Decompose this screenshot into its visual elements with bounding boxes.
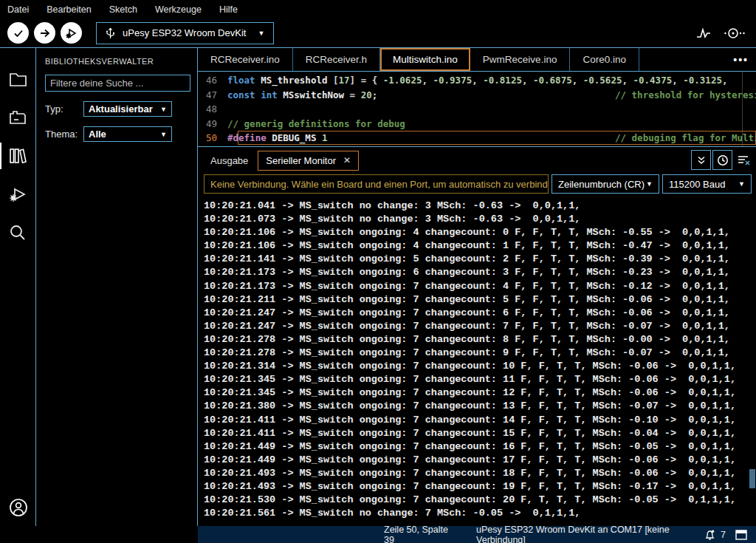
tab-serial-monitor[interactable]: Serieller Monitor ✕ xyxy=(258,151,359,171)
code-editor[interactable]: 46float MS_threshold [17] = { -1.0625, -… xyxy=(198,72,756,146)
toolbar: uPesy ESP32 Wroom DevKit ▼ xyxy=(0,18,756,48)
baud-rate-dropdown[interactable]: 115200 Baud ▼ xyxy=(662,174,752,194)
line-ending-dropdown[interactable]: Zeilenumbruch (CR) ▼ xyxy=(551,174,659,194)
menu-item-bearbeiten[interactable]: Bearbeiten xyxy=(47,4,91,15)
toggle-panel-icon[interactable] xyxy=(735,530,747,540)
usb-icon xyxy=(106,27,115,39)
serial-line: 10:20:21.380 -> MS_switch ongoing: 7 cha… xyxy=(204,400,756,413)
serial-plotter-icon[interactable] xyxy=(695,27,712,40)
serial-line: 10:20:21.345 -> MS_switch ongoing: 7 cha… xyxy=(204,386,756,400)
chevron-down-icon: ▼ xyxy=(646,180,653,188)
editor-tab-pwmreceive-ino[interactable]: PwmReceive.ino xyxy=(470,48,571,71)
line-number: 50 xyxy=(198,131,227,146)
code-line-48: 48 xyxy=(198,102,756,117)
chevron-down-icon: ▼ xyxy=(258,30,264,37)
line-ending-value: Zeilenumbruch (CR) xyxy=(558,179,645,190)
menu-item-datei[interactable]: Datei xyxy=(7,4,29,15)
serial-line: 10:20:21.106 -> MS_switch ongoing: 4 cha… xyxy=(204,239,756,253)
sidebar-item-debug[interactable] xyxy=(0,175,36,214)
topic-filter-value: Alle xyxy=(89,129,106,140)
code-text: // generig definitions for debug xyxy=(227,117,405,132)
tab-output[interactable]: Ausgabe xyxy=(210,155,248,166)
chevron-down-icon: ▼ xyxy=(160,131,167,138)
sidebar-item-sketchbook[interactable] xyxy=(0,60,36,98)
collapse-panel-button[interactable] xyxy=(691,150,711,170)
bottom-panel: Ausgabe Serieller Monitor ✕ xyxy=(198,146,756,526)
code-text: const int MSswitchNow = 20; xyxy=(227,88,377,103)
type-filter-label: Typ: xyxy=(45,103,83,115)
debug-play-icon xyxy=(65,27,78,40)
menu-item-werkzeuge[interactable]: Werkzeuge xyxy=(155,4,202,15)
close-icon[interactable]: ✕ xyxy=(343,155,351,165)
code-text: float MS_threshold [17] = { -1.0625, -0.… xyxy=(227,73,727,88)
serial-line: 10:20:21.278 -> MS_switch ongoing: 7 cha… xyxy=(204,346,756,360)
menu-item-hilfe[interactable]: Hilfe xyxy=(219,4,238,15)
editor-tab-multiswitch-ino[interactable]: Multiswitch.ino xyxy=(380,48,470,71)
serial-line: 10:20:21.106 -> MS_switch ongoing: 4 cha… xyxy=(204,226,756,239)
editor-tab-rcreceiver-h[interactable]: RCReceiver.h xyxy=(293,48,380,71)
serial-line: 10:20:21.247 -> MS_switch ongoing: 7 cha… xyxy=(204,307,756,320)
trailing-comment: // debuging flag for Multiswitch xyxy=(615,131,756,146)
topic-filter-dropdown[interactable]: Alle ▼ xyxy=(83,126,172,142)
editor-tab-rcreceiver-ino[interactable]: RCReceiver.ino xyxy=(198,48,293,71)
tab-serial-monitor-label: Serieller Monitor xyxy=(266,155,336,166)
library-manager-panel: BIBLIOTHEKSVERWALTER Typ: Aktualisierbar… xyxy=(36,48,198,526)
arrow-right-icon xyxy=(39,27,51,39)
clear-output-button[interactable] xyxy=(734,150,753,170)
serial-monitor-icon[interactable] xyxy=(724,27,746,40)
serial-line: 10:20:21.411 -> MS_switch ongoing: 7 cha… xyxy=(204,427,756,440)
topic-filter-label: Thema: xyxy=(45,129,83,140)
serial-message-input[interactable]: Keine Verbindung. Wähle ein Board und ei… xyxy=(204,174,549,194)
serial-line: 10:20:21.141 -> MS_switch ongoing: 5 cha… xyxy=(204,253,756,266)
cursor-position: Zeile 50, Spalte 39 xyxy=(384,525,456,543)
chevron-down-icon: ▼ xyxy=(160,106,167,113)
notifications-bell-icon[interactable] xyxy=(704,529,715,541)
code-line-47: 47const int MSswitchNow = 20;// threshol… xyxy=(198,88,756,103)
serial-line: 10:20:21.449 -> MS_switch ongoing: 7 cha… xyxy=(204,440,756,454)
panel-tabs: Ausgabe Serieller Monitor ✕ xyxy=(198,147,756,174)
serial-line: 10:20:21.173 -> MS_switch ongoing: 7 cha… xyxy=(204,280,756,293)
board-connection-status[interactable]: uPesy ESP32 Wroom DevKit an COM17 [keine… xyxy=(476,525,704,543)
account-icon xyxy=(9,498,28,517)
account-button[interactable] xyxy=(9,498,28,517)
serial-line: 10:20:21.345 -> MS_switch ongoing: 7 cha… xyxy=(204,373,756,386)
sidebar-item-search[interactable] xyxy=(0,214,36,252)
editor-tab-core0-ino[interactable]: Core0.ino xyxy=(570,48,639,71)
serial-line: 10:20:21.561 -> MS_switch no change: 7 M… xyxy=(204,507,756,520)
chevron-down-icon: ▼ xyxy=(738,180,745,188)
baud-rate-value: 115200 Baud xyxy=(669,179,725,190)
clock-icon xyxy=(717,154,729,166)
status-bar: Zeile 50, Spalte 39 uPesy ESP32 Wroom De… xyxy=(0,526,756,543)
library-search-input[interactable] xyxy=(45,75,190,92)
upload-button[interactable] xyxy=(34,22,55,44)
type-filter-dropdown[interactable]: Aktualisierbar ▼ xyxy=(83,101,172,117)
sidebar-item-library-manager[interactable] xyxy=(0,137,36,175)
serial-line: 10:20:21.247 -> MS_switch ongoing: 7 cha… xyxy=(204,320,756,333)
serial-line: 10:20:21.041 -> MS_switch no change: 3 M… xyxy=(204,199,756,213)
board-selector[interactable]: uPesy ESP32 Wroom DevKit ▼ xyxy=(96,22,274,44)
toggle-timestamp-button[interactable] xyxy=(712,150,732,170)
folder-icon xyxy=(9,71,27,87)
board-icon xyxy=(8,109,27,126)
menu-item-sketch[interactable]: Sketch xyxy=(109,4,137,15)
code-text: #define DEBUG_MS 1 xyxy=(227,131,327,146)
scrollbar-thumb[interactable] xyxy=(749,469,755,488)
serial-line: 10:20:21.314 -> MS_switch ongoing: 7 cha… xyxy=(204,360,756,373)
debug-button[interactable] xyxy=(61,22,82,44)
serial-output: 10:20:21.041 -> MS_switch no change: 3 M… xyxy=(198,197,756,526)
serial-line: 10:20:21.278 -> MS_switch ongoing: 7 cha… xyxy=(204,333,756,346)
sidebar-item-boards-manager[interactable] xyxy=(0,98,36,137)
activity-bar xyxy=(0,48,36,526)
verify-button[interactable] xyxy=(7,22,29,44)
code-line-46: 46float MS_threshold [17] = { -1.0625, -… xyxy=(198,73,756,88)
line-number: 47 xyxy=(198,88,227,103)
serial-line: 10:20:21.411 -> MS_switch ongoing: 7 cha… xyxy=(204,414,756,427)
library-books-icon xyxy=(8,147,27,165)
check-icon xyxy=(13,27,24,39)
serial-line: 10:20:21.073 -> MS_switch no change: 3 M… xyxy=(204,213,756,226)
menubar: DateiBearbeitenSketchWerkzeugeHilfe xyxy=(0,0,756,18)
debug-icon xyxy=(8,185,27,203)
type-filter-value: Aktualisierbar xyxy=(89,103,153,115)
serial-line: 10:20:21.493 -> MS_switch ongoing: 7 cha… xyxy=(204,480,756,494)
tab-overflow-menu[interactable]: ••• xyxy=(733,48,749,71)
